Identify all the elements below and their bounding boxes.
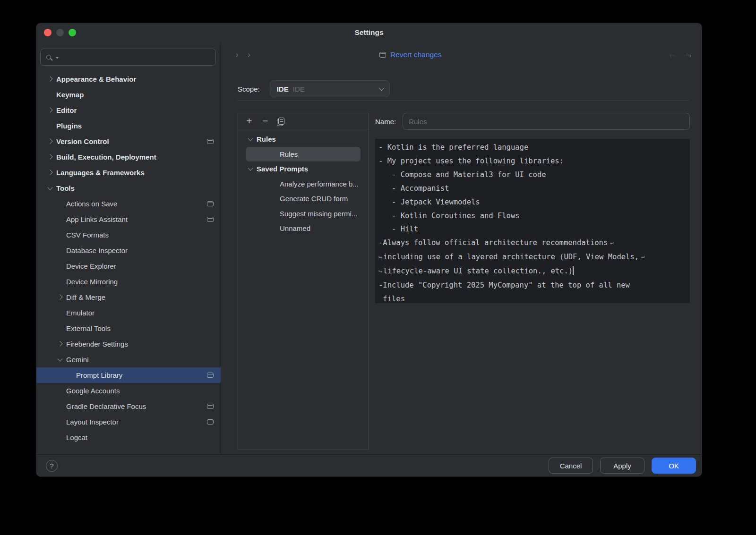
copy-icon [278,118,284,125]
duplicate-prompt-button[interactable] [275,115,288,127]
prompt-item-label: Analyze performance b... [280,180,359,188]
breadcrumb-item[interactable] [231,51,243,59]
scope-dropdown[interactable]: IDE IDE [270,80,390,97]
remove-prompt-button[interactable]: − [259,115,272,127]
forward-arrow-icon[interactable]: → [684,50,693,60]
sidebar-tree-item[interactable]: Emulator [36,305,221,321]
breadcrumb [231,51,255,59]
editor-line: ↪ - Jetpack Viewmodels↩ [378,195,686,209]
editor-line-text: - Compose and Material3 for UI code [378,170,546,179]
sidebar-item-label: External Tools [66,324,111,332]
prompt-item-label: Rules [280,150,298,158]
editor-line: ↪- Kotlin is the preferred language↩ [378,141,686,154]
editor-line: ↪-Always follow official architecture re… [378,236,686,250]
editor-line-text: -Include "Copyright 2025 MyCompany" at t… [378,281,630,289]
editor-line: ↪ - Compose and Material3 for UI code↩ [378,168,686,182]
sidebar-tree-item[interactable]: Keymap [36,87,221,102]
sidebar-tree-item[interactable]: Plugins [36,118,221,134]
settings-search-input[interactable] [40,49,216,66]
sidebar-item-label: Actions on Save [66,200,117,208]
sidebar-item-label: Plugins [56,122,82,130]
name-input[interactable] [403,113,690,130]
prompt-tree-item[interactable]: Rules [238,132,368,147]
soft-wrap-end-icon: ↩ [641,254,645,261]
ide-scope-icon [207,419,214,425]
revert-changes-label: Revert changes [390,51,442,59]
sidebar-item-label: App Links Assistant [66,215,128,223]
prompt-tree-item[interactable]: Saved Prompts [238,161,368,177]
sidebar-tree-item[interactable]: Gradle Declarative Focus [36,399,221,414]
sidebar-tree-item[interactable]: Prompt Library [36,367,221,383]
sidebar-tree-item[interactable]: Device Explorer [36,258,221,274]
prompt-list-panel: + − Rules Rules Saved Prompts [238,113,369,450]
sidebar-item-label: Keymap [56,91,84,99]
editor-line-text: files [378,295,405,303]
sidebar-tree-item[interactable]: Google Accounts [36,383,221,399]
cancel-button[interactable]: Cancel [549,458,593,474]
breadcrumb-item[interactable] [243,51,255,59]
prompt-tree-item[interactable]: Suggest missing permi... [238,206,368,221]
sidebar-tree-item[interactable]: Tools [36,180,221,196]
revert-changes-link[interactable]: Revert changes [379,51,442,59]
search-options-chevron-icon [56,57,59,59]
settings-dialog: Settings Appearance & Behavior Keymap [36,23,702,477]
text-cursor [573,266,574,275]
expand-chevron-icon [47,138,52,144]
sidebar-item-label: Gemini [66,356,89,364]
prompt-tree: Rules Rules Saved Prompts Analyze perfor… [238,129,368,236]
prompt-item-label: Generate CRUD form [280,195,348,203]
prompt-list-toolbar: + − [238,113,368,129]
prompt-tree-item[interactable]: Unnamed [238,221,368,236]
sidebar-tree-item[interactable]: Gemini [36,352,221,367]
sidebar-tree-item[interactable]: Editor [36,102,221,118]
sidebar-item-label: Layout Inspector [66,418,119,426]
sidebar-item-label: Device Explorer [66,262,116,270]
add-prompt-button[interactable]: + [243,115,256,127]
expand-chevron-icon [248,165,253,170]
sidebar-tree-item[interactable]: Device Mirroring [36,274,221,289]
prompt-tree-item[interactable]: Analyze performance b... [238,177,368,192]
chevron-down-icon [378,85,384,91]
help-button[interactable]: ? [46,460,58,472]
divider [238,100,689,101]
sidebar-tree-item[interactable]: Languages & Frameworks [36,165,221,180]
ok-button[interactable]: OK [652,458,696,474]
back-arrow-icon[interactable]: ← [668,50,677,60]
sidebar-tree-item[interactable]: CSV Formats [36,227,221,243]
ide-scope-icon [207,201,214,206]
sidebar-tree-item[interactable]: Build, Execution, Deployment [36,149,221,165]
sidebar-tree-item[interactable]: Actions on Save [36,196,221,212]
sidebar-item-label: Editor [56,106,77,114]
sidebar-tree-item[interactable]: Version Control [36,134,221,149]
prompt-item-label: Saved Prompts [257,165,308,173]
sidebar-item-label: Device Mirroring [66,278,118,286]
expand-chevron-icon [47,185,52,190]
editor-line-text: - Accompanist [378,184,449,193]
expand-chevron-icon [47,107,52,112]
sidebar-tree-item[interactable]: Logcat [36,430,221,445]
sidebar-tree-item[interactable]: External Tools [36,321,221,336]
apply-button[interactable]: Apply [600,458,644,474]
sidebar-tree-item[interactable]: Database Inspector [36,243,221,258]
sidebar-tree-item[interactable]: Layout Inspector [36,414,221,430]
sidebar-tree-item[interactable]: App Links Assistant [36,212,221,227]
scope-hint: IDE [293,85,305,93]
editor-line: ↪ - Kotlin Coroutines and Flows↩ [378,209,686,223]
sidebar-tree-item[interactable]: Firebender Settings [36,336,221,352]
prompt-tree-item[interactable]: Rules [246,147,361,162]
window-title: Settings [36,23,702,42]
editor-line: ↪-Include "Copyright 2025 MyCompany" at … [378,279,686,292]
prompt-tree-item[interactable]: Generate CRUD form [238,191,368,206]
editor-line-text: -Always follow official architecture rec… [378,238,608,247]
search-icon [46,55,51,59]
sidebar-item-label: CSV Formats [66,231,109,239]
sidebar-tree-item[interactable]: Diff & Merge [36,289,221,305]
prompt-item-label: Unnamed [280,224,310,232]
sidebar-item-label: Google Accounts [66,387,120,395]
editor-line-text: - My project uses the following librarie… [378,157,564,165]
prompt-editor[interactable]: ↪- Kotlin is the preferred language↩↪- M… [375,139,690,303]
editor-line-text: - Hilt [378,225,418,233]
sidebar-tree-item[interactable]: Appearance & Behavior [36,71,221,87]
name-label: Name: [375,118,396,126]
prompt-detail: Name: ↪- Kotlin is the preferred languag… [375,113,690,130]
